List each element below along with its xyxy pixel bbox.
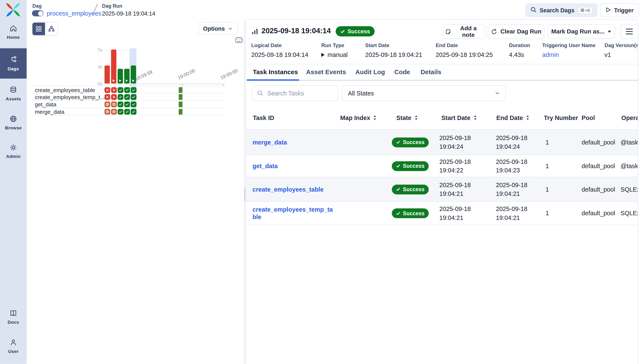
search-tasks-input[interactable]: [266, 89, 328, 97]
tab-code[interactable]: Code: [394, 68, 410, 76]
trigger-button[interactable]: Trigger: [600, 3, 639, 17]
column-header-start-date[interactable]: Start Date: [442, 114, 477, 121]
sidebar-item-user[interactable]: User: [0, 338, 27, 354]
task-status-failed-icon[interactable]: [105, 94, 110, 100]
run-title: 2025-09-18 19:04:14: [261, 27, 331, 35]
search-shortcut-kbd: ⌘+K: [578, 7, 593, 14]
tab-details[interactable]: Details: [420, 68, 442, 76]
dag-run-breadcrumb-label: Dag Run: [102, 3, 122, 9]
manual-run-marker-icon: [132, 80, 134, 82]
column-header-map-index[interactable]: Map Index: [340, 114, 377, 121]
task-status-failed-icon[interactable]: [111, 87, 117, 93]
task-status-success-icon[interactable]: [124, 109, 130, 114]
column-header-try-number: Try Number: [544, 114, 578, 121]
task-id-link[interactable]: get_data: [253, 162, 278, 170]
run-menu-button[interactable]: [620, 24, 638, 39]
task-name-link[interactable]: create_employees_table: [35, 87, 95, 93]
task-status-success-icon[interactable]: [118, 102, 123, 107]
task-status-success-icon[interactable]: [124, 87, 130, 93]
manual-run-marker-icon: [113, 80, 115, 82]
task-instance-marker[interactable]: [179, 109, 182, 115]
task-instance-marker[interactable]: [179, 94, 182, 100]
check-icon: [340, 29, 345, 34]
task-status-success-icon[interactable]: [131, 94, 136, 100]
state-filter-select[interactable]: All States: [342, 85, 506, 101]
task-name-link[interactable]: create_employees_temp_t...: [35, 94, 105, 100]
try-number-cell: 1: [545, 162, 549, 170]
tab-asset-events[interactable]: Asset Events: [306, 68, 346, 76]
dag-run-duration-bar[interactable]: [131, 66, 136, 84]
task-status-retry-icon[interactable]: [111, 109, 117, 114]
task-instance-marker[interactable]: [179, 87, 182, 93]
task-status-retry-icon[interactable]: [105, 102, 110, 107]
keyboard-shortcuts-icon[interactable]: [235, 37, 243, 45]
task-instance-marker[interactable]: [179, 102, 182, 107]
try-number-cell: 1: [545, 138, 549, 146]
task-status-retry-icon[interactable]: [111, 102, 117, 107]
dag-run-duration-bar[interactable]: [118, 69, 123, 84]
redo-icon: [491, 28, 497, 34]
task-status-success-icon[interactable]: [118, 109, 123, 114]
clear-dag-run-button[interactable]: Clear Dag Run: [488, 24, 545, 39]
column-header-end-date[interactable]: End Date: [496, 114, 530, 121]
meta-value[interactable]: admin: [542, 51, 595, 58]
sort-icon: [373, 115, 377, 120]
task-status-failed-icon[interactable]: [111, 94, 117, 100]
task-name-link[interactable]: merge_data: [35, 109, 64, 115]
sidebar-item-browse[interactable]: Browse: [0, 115, 27, 130]
options-button[interactable]: Options: [198, 22, 238, 35]
sidebar-item-docs[interactable]: Docs: [0, 310, 27, 324]
task-status-success-icon[interactable]: [131, 109, 136, 114]
add-note-button[interactable]: Add a note: [443, 24, 485, 39]
sidebar-item-label: User: [0, 349, 27, 354]
task-id-link[interactable]: merge_data: [253, 138, 287, 146]
dag-run-duration-bar[interactable]: [105, 66, 110, 84]
mark-dag-run-as-button[interactable]: Mark Dag Run as...: [547, 24, 615, 39]
manual-run-marker-icon: [126, 80, 128, 82]
task-grid-rows: create_employees_tablecreate_employees_t…: [32, 86, 224, 115]
check-icon: [396, 164, 400, 168]
sidebar-item-label: Assets: [0, 96, 27, 101]
column-header-state[interactable]: State: [396, 114, 418, 121]
task-status-retry-icon[interactable]: [105, 109, 110, 114]
grid-view-button[interactable]: [33, 22, 45, 36]
task-name-link[interactable]: get_data: [35, 102, 56, 108]
tab-audit-log[interactable]: Audit Log: [355, 68, 385, 76]
meta-label: Start Date: [365, 42, 422, 48]
sidebar-item-home[interactable]: Home: [0, 24, 27, 40]
run-meta-triggering-user-name: Triggering User Nameadmin: [542, 42, 595, 58]
gear-icon: [10, 146, 17, 153]
book-icon: [10, 312, 17, 318]
task-id-link[interactable]: create_employees_temp_ta ble: [253, 206, 332, 220]
sort-icon: [414, 115, 418, 120]
meta-value: 2025-09-18 19:04:14: [251, 51, 308, 58]
task-status-success-icon[interactable]: [131, 102, 136, 107]
note-icon: [446, 28, 451, 34]
task-state-badge: Success: [392, 184, 429, 194]
graph-view-button[interactable]: [45, 22, 58, 36]
task-status-success-icon[interactable]: [118, 94, 123, 100]
tab-task-instances[interactable]: Task Instances: [253, 68, 298, 76]
task-status-success-icon[interactable]: [124, 102, 130, 107]
dag-run-duration-bar[interactable]: [111, 50, 116, 83]
meta-value: 4.43s: [509, 51, 530, 58]
play-icon: [605, 7, 611, 14]
task-status-failed-icon[interactable]: [105, 87, 110, 93]
task-status-success-icon[interactable]: [131, 87, 136, 93]
task-status-success-icon[interactable]: [124, 94, 130, 100]
task-status-success-icon[interactable]: [118, 87, 123, 93]
search-dags-button[interactable]: Search Dags ⌘+K: [525, 3, 597, 17]
try-number-cell: 1: [545, 186, 549, 193]
search-tasks-field[interactable]: [252, 85, 338, 101]
sidebar-item-dags[interactable]: Dags: [0, 48, 27, 79]
dag-pause-toggle[interactable]: [32, 10, 44, 16]
table-row: merge_dataSuccess2025-09-18 19:04:242025…: [246, 129, 638, 155]
sidebar-item-admin[interactable]: Admin: [0, 144, 27, 159]
dag-run-duration-bar[interactable]: [124, 69, 129, 84]
operator-cell: SQLExec: [620, 210, 638, 217]
trigger-label: Trigger: [614, 7, 633, 14]
sidebar-item-assets[interactable]: Assets: [0, 86, 27, 101]
airflow-logo-icon[interactable]: [5, 2, 21, 18]
dag-breadcrumb-label: Dag: [33, 3, 42, 9]
task-id-link[interactable]: create_employees_table: [253, 186, 323, 193]
